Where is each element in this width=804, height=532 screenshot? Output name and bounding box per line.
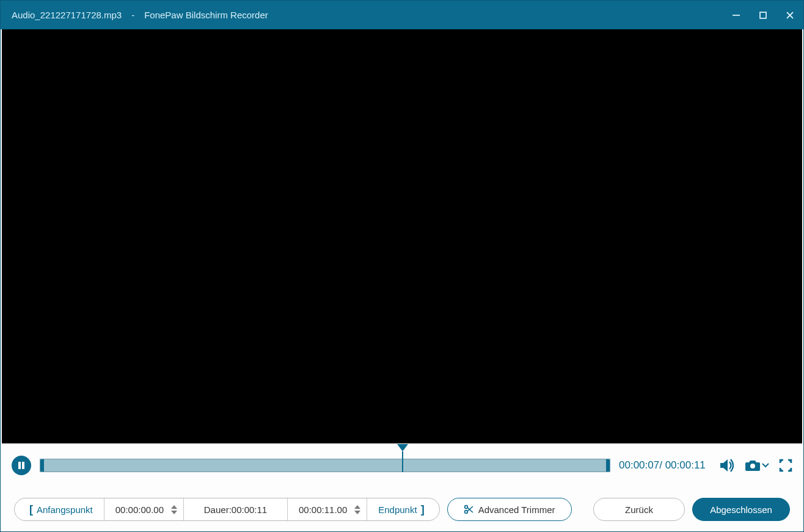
bracket-close-icon: ] (421, 503, 425, 516)
camera-icon (745, 459, 761, 472)
duration-value: 00:00:11 (232, 505, 267, 515)
minimize-button[interactable] (723, 1, 750, 29)
current-time: 00:00:07 (619, 459, 659, 471)
title-appname: FonePaw Bildschirm Recorder (144, 10, 268, 20)
total-time: 00:00:11 (665, 459, 706, 471)
fullscreen-icon (779, 459, 792, 472)
start-time-value: 00:00:00.00 (115, 505, 164, 515)
close-button[interactable] (777, 1, 803, 29)
trim-controls: [ Anfangspunkt 00:00:00.00 Dauer:00:00:1… (14, 498, 440, 521)
svg-rect-1 (760, 12, 766, 18)
bracket-open-icon: [ (29, 503, 33, 516)
fullscreen-button[interactable] (779, 459, 792, 472)
playhead-marker-icon (397, 444, 408, 451)
duration-label: Dauer: (204, 505, 232, 515)
back-button[interactable]: Zurück (593, 498, 685, 521)
playback-icons (719, 458, 792, 473)
done-button[interactable]: Abgeschlossen (692, 498, 790, 521)
trim-start-handle[interactable] (40, 459, 44, 472)
volume-button[interactable] (719, 458, 735, 473)
duration-display: Dauer:00:00:11 (184, 498, 288, 520)
set-start-button[interactable]: [ Anfangspunkt (15, 498, 104, 520)
back-label: Zurück (625, 505, 653, 515)
end-time-field[interactable]: 00:00:11.00 (288, 498, 367, 520)
start-time-down[interactable] (170, 509, 178, 515)
start-time-field[interactable]: 00:00:00.00 (104, 498, 184, 520)
start-time-up[interactable] (170, 504, 178, 509)
playback-bar: 00:00:07/ 00:00:11 (1, 443, 803, 487)
snapshot-button[interactable] (745, 459, 769, 472)
done-label: Abgeschlossen (710, 505, 772, 515)
window-controls (723, 1, 803, 29)
bottom-bar: [ Anfangspunkt 00:00:00.00 Dauer:00:00:1… (1, 487, 803, 531)
end-time-spinner (353, 504, 362, 515)
end-time-value: 00:00:11.00 (299, 505, 347, 515)
title-text: Audio_221227171728.mp3 - FonePaw Bildsch… (12, 10, 268, 20)
pause-button[interactable] (12, 456, 31, 475)
title-separator: - (131, 10, 134, 20)
time-display: 00:00:07/ 00:00:11 (619, 459, 711, 472)
start-label: Anfangspunkt (37, 505, 93, 515)
end-label: Endpunkt (378, 505, 417, 515)
maximize-button[interactable] (750, 1, 777, 29)
maximize-icon (759, 11, 767, 20)
volume-icon (719, 458, 735, 473)
end-time-down[interactable] (353, 509, 362, 515)
seek-bar[interactable] (40, 454, 610, 477)
set-end-button[interactable]: Endpunkt ] (367, 498, 439, 520)
advanced-trimmer-label: Advanced Trimmer (478, 505, 555, 515)
preview-area (2, 29, 802, 443)
seek-track[interactable] (40, 459, 610, 472)
svg-rect-4 (18, 462, 21, 469)
minimize-icon (731, 10, 741, 20)
chevron-down-icon (762, 462, 769, 468)
end-time-up[interactable] (353, 504, 362, 509)
scissors-icon (464, 505, 473, 514)
svg-point-6 (750, 464, 755, 468)
svg-rect-5 (22, 462, 24, 469)
close-icon (785, 10, 795, 20)
start-time-spinner (170, 504, 178, 515)
title-filename: Audio_221227171728.mp3 (12, 10, 122, 20)
trim-end-handle[interactable] (606, 459, 610, 472)
pause-icon (17, 461, 26, 470)
titlebar: Audio_221227171728.mp3 - FonePaw Bildsch… (1, 1, 803, 29)
app-window: Audio_221227171728.mp3 - FonePaw Bildsch… (0, 0, 804, 532)
advanced-trimmer-button[interactable]: Advanced Trimmer (447, 498, 572, 521)
